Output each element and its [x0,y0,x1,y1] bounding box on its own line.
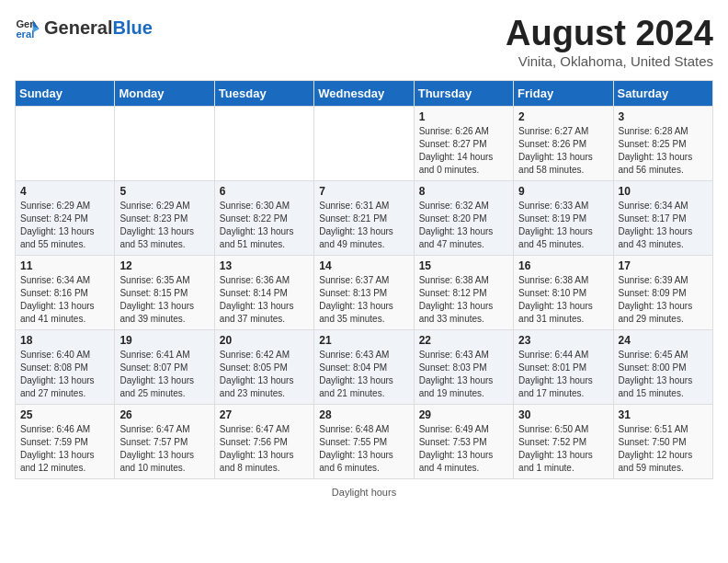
day-number: 21 [319,334,408,347]
calendar-cell: 27Sunrise: 6:47 AM Sunset: 7:56 PM Dayli… [214,404,313,478]
calendar-cell: 24Sunrise: 6:45 AM Sunset: 8:00 PM Dayli… [613,329,712,404]
day-info: Sunrise: 6:49 AM Sunset: 7:53 PM Dayligh… [419,423,508,475]
day-info: Sunrise: 6:40 AM Sunset: 8:08 PM Dayligh… [20,349,109,400]
calendar-cell: 9Sunrise: 6:33 AM Sunset: 8:19 PM Daylig… [514,180,613,255]
day-info: Sunrise: 6:26 AM Sunset: 8:27 PM Dayligh… [419,125,508,177]
calendar-cell: 16Sunrise: 6:38 AM Sunset: 8:10 PM Dayli… [514,255,613,329]
day-info: Sunrise: 6:48 AM Sunset: 7:55 PM Dayligh… [319,423,408,475]
day-number: 18 [20,334,109,347]
day-info: Sunrise: 6:30 AM Sunset: 8:22 PM Dayligh… [220,200,309,251]
day-number: 13 [220,259,309,272]
day-info: Sunrise: 6:37 AM Sunset: 8:13 PM Dayligh… [319,274,408,326]
day-number: 28 [319,408,408,421]
day-info: Sunrise: 6:35 AM Sunset: 8:15 PM Dayligh… [119,274,209,326]
day-number: 9 [518,185,608,198]
calendar-cell: 29Sunrise: 6:49 AM Sunset: 7:53 PM Dayli… [414,404,513,478]
calendar-cell: 15Sunrise: 6:38 AM Sunset: 8:12 PM Dayli… [414,255,513,329]
calendar-cell: 6Sunrise: 6:30 AM Sunset: 8:22 PM Daylig… [214,180,313,255]
calendar-cell [214,106,313,180]
day-number: 3 [619,110,708,123]
day-info: Sunrise: 6:51 AM Sunset: 7:50 PM Dayligh… [619,423,708,475]
day-info: Sunrise: 6:50 AM Sunset: 7:52 PM Dayligh… [518,423,608,475]
calendar-week-row: 11Sunrise: 6:34 AM Sunset: 8:16 PM Dayli… [16,255,713,329]
logo: Gen eral General Blue [15,15,153,40]
day-info: Sunrise: 6:29 AM Sunset: 8:24 PM Dayligh… [20,200,109,251]
calendar-cell: 18Sunrise: 6:40 AM Sunset: 8:08 PM Dayli… [16,329,115,404]
calendar-cell: 25Sunrise: 6:46 AM Sunset: 7:59 PM Dayli… [16,404,115,478]
day-number: 26 [119,408,209,421]
calendar-cell: 22Sunrise: 6:43 AM Sunset: 8:03 PM Dayli… [414,329,513,404]
day-number: 27 [220,408,309,421]
day-info: Sunrise: 6:39 AM Sunset: 8:09 PM Dayligh… [619,274,708,326]
day-info: Sunrise: 6:43 AM Sunset: 8:03 PM Dayligh… [419,349,508,400]
day-info: Sunrise: 6:46 AM Sunset: 7:59 PM Dayligh… [20,423,109,475]
day-info: Sunrise: 6:42 AM Sunset: 8:05 PM Dayligh… [220,349,309,400]
calendar-cell: 30Sunrise: 6:50 AM Sunset: 7:52 PM Dayli… [514,404,613,478]
day-info: Sunrise: 6:33 AM Sunset: 8:19 PM Dayligh… [518,200,608,251]
day-number: 19 [119,334,209,347]
day-number: 17 [619,259,708,272]
calendar-cell [16,106,115,180]
logo-blue-text: Blue [112,17,152,39]
calendar-week-row: 1Sunrise: 6:26 AM Sunset: 8:27 PM Daylig… [16,106,713,180]
day-info: Sunrise: 6:36 AM Sunset: 8:14 PM Dayligh… [220,274,309,326]
day-number: 4 [20,185,109,198]
day-number: 22 [419,334,508,347]
subtitle: Vinita, Oklahoma, United States [506,53,713,69]
day-number: 31 [619,408,708,421]
day-number: 15 [419,259,508,272]
calendar-week-row: 4Sunrise: 6:29 AM Sunset: 8:24 PM Daylig… [16,180,713,255]
calendar-week-row: 18Sunrise: 6:40 AM Sunset: 8:08 PM Dayli… [16,329,713,404]
day-info: Sunrise: 6:43 AM Sunset: 8:04 PM Dayligh… [319,349,408,400]
logo-general-text: General [44,17,112,39]
day-info: Sunrise: 6:34 AM Sunset: 8:16 PM Dayligh… [20,274,109,326]
calendar-cell: 31Sunrise: 6:51 AM Sunset: 7:50 PM Dayli… [613,404,712,478]
day-number: 5 [119,185,209,198]
day-info: Sunrise: 6:47 AM Sunset: 7:56 PM Dayligh… [220,423,309,475]
calendar-cell: 1Sunrise: 6:26 AM Sunset: 8:27 PM Daylig… [414,106,513,180]
day-number: 12 [119,259,209,272]
calendar-cell: 4Sunrise: 6:29 AM Sunset: 8:24 PM Daylig… [16,180,115,255]
day-number: 23 [518,334,608,347]
svg-text:eral: eral [16,29,34,40]
title-section: August 2024 Vinita, Oklahoma, United Sta… [506,15,713,69]
day-of-week-header: Saturday [613,80,712,106]
calendar-cell: 28Sunrise: 6:48 AM Sunset: 7:55 PM Dayli… [314,404,414,478]
day-of-week-header: Tuesday [214,80,313,106]
calendar-cell: 5Sunrise: 6:29 AM Sunset: 8:23 PM Daylig… [115,180,214,255]
logo-icon: Gen eral [15,15,40,40]
day-info: Sunrise: 6:34 AM Sunset: 8:17 PM Dayligh… [619,200,708,251]
calendar-cell: 13Sunrise: 6:36 AM Sunset: 8:14 PM Dayli… [214,255,313,329]
calendar-cell: 21Sunrise: 6:43 AM Sunset: 8:04 PM Dayli… [314,329,414,404]
calendar-header-row: SundayMondayTuesdayWednesdayThursdayFrid… [16,80,713,106]
day-number: 7 [319,185,408,198]
day-number: 6 [220,185,309,198]
day-number: 25 [20,408,109,421]
day-info: Sunrise: 6:38 AM Sunset: 8:10 PM Dayligh… [518,274,608,326]
calendar-cell: 26Sunrise: 6:47 AM Sunset: 7:57 PM Dayli… [115,404,214,478]
day-number: 14 [319,259,408,272]
calendar-table: SundayMondayTuesdayWednesdayThursdayFrid… [15,80,713,479]
day-number: 1 [419,110,508,123]
calendar-cell: 10Sunrise: 6:34 AM Sunset: 8:17 PM Dayli… [613,180,712,255]
day-of-week-header: Monday [115,80,214,106]
day-of-week-header: Thursday [414,80,513,106]
calendar-week-row: 25Sunrise: 6:46 AM Sunset: 7:59 PM Dayli… [16,404,713,478]
day-info: Sunrise: 6:28 AM Sunset: 8:25 PM Dayligh… [619,125,708,177]
day-info: Sunrise: 6:44 AM Sunset: 8:01 PM Dayligh… [518,349,608,400]
day-number: 20 [220,334,309,347]
day-number: 24 [619,334,708,347]
footer-note: Daylight hours [15,487,713,498]
calendar-cell: 2Sunrise: 6:27 AM Sunset: 8:26 PM Daylig… [514,106,613,180]
calendar-cell: 19Sunrise: 6:41 AM Sunset: 8:07 PM Dayli… [115,329,214,404]
calendar-cell: 17Sunrise: 6:39 AM Sunset: 8:09 PM Dayli… [613,255,712,329]
day-info: Sunrise: 6:45 AM Sunset: 8:00 PM Dayligh… [619,349,708,400]
calendar-cell: 11Sunrise: 6:34 AM Sunset: 8:16 PM Dayli… [16,255,115,329]
day-number: 10 [619,185,708,198]
calendar-cell: 3Sunrise: 6:28 AM Sunset: 8:25 PM Daylig… [613,106,712,180]
calendar-cell: 7Sunrise: 6:31 AM Sunset: 8:21 PM Daylig… [314,180,414,255]
day-of-week-header: Wednesday [314,80,414,106]
header: Gen eral General Blue August 2024 Vinita… [15,15,713,69]
day-of-week-header: Friday [514,80,613,106]
day-info: Sunrise: 6:38 AM Sunset: 8:12 PM Dayligh… [419,274,508,326]
